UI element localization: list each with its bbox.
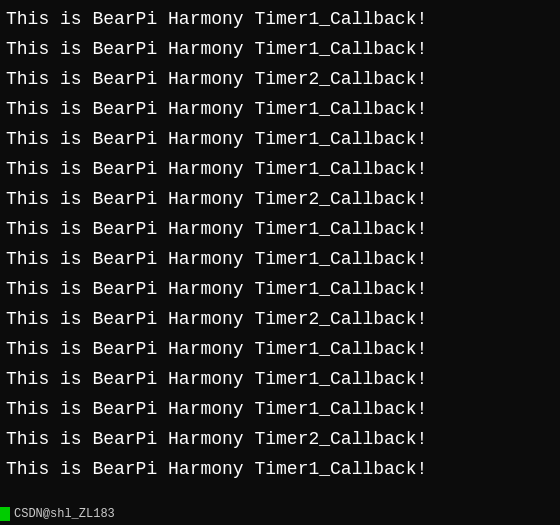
terminal-output: This is BearPi Harmony Timer1_Callback!T… [6, 4, 554, 484]
terminal-line: This is BearPi Harmony Timer1_Callback! [6, 214, 554, 244]
terminal-line: This is BearPi Harmony Timer1_Callback! [6, 454, 554, 484]
terminal-line: This is BearPi Harmony Timer2_Callback! [6, 424, 554, 454]
terminal-line: This is BearPi Harmony Timer1_Callback! [6, 394, 554, 424]
terminal-line: This is BearPi Harmony Timer1_Callback! [6, 154, 554, 184]
terminal-line: This is BearPi Harmony Timer1_Callback! [6, 274, 554, 304]
terminal-line: This is BearPi Harmony Timer1_Callback! [6, 124, 554, 154]
terminal-window: This is BearPi Harmony Timer1_Callback!T… [0, 0, 560, 525]
terminal-line: This is BearPi Harmony Timer1_Callback! [6, 364, 554, 394]
terminal-line: This is BearPi Harmony Timer1_Callback! [6, 4, 554, 34]
watermark-bar: CSDN@shl_ZL183 [0, 507, 115, 521]
terminal-line: This is BearPi Harmony Timer1_Callback! [6, 94, 554, 124]
terminal-line: This is BearPi Harmony Timer2_Callback! [6, 304, 554, 334]
terminal-line: This is BearPi Harmony Timer1_Callback! [6, 34, 554, 64]
terminal-line: This is BearPi Harmony Timer2_Callback! [6, 184, 554, 214]
terminal-line: This is BearPi Harmony Timer1_Callback! [6, 334, 554, 364]
terminal-line: This is BearPi Harmony Timer1_Callback! [6, 244, 554, 274]
terminal-line: This is BearPi Harmony Timer2_Callback! [6, 64, 554, 94]
watermark-text: CSDN@shl_ZL183 [14, 507, 115, 521]
cursor-icon [0, 507, 10, 521]
